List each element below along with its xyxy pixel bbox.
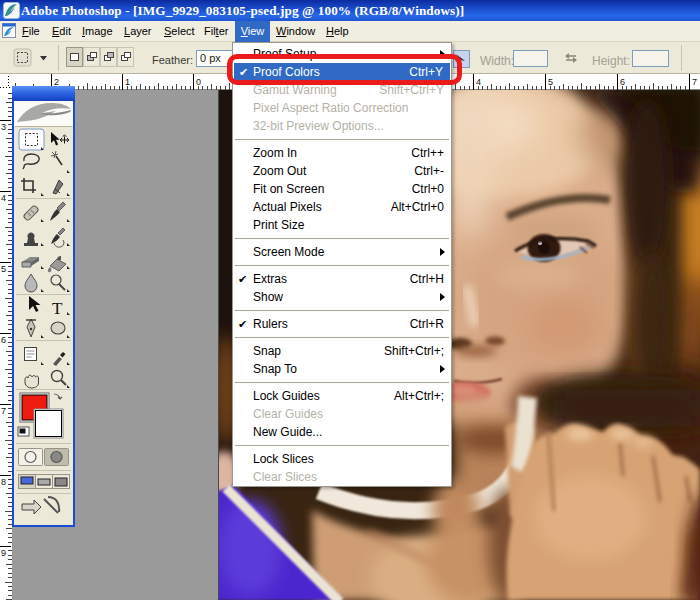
svg-text:9: 9 <box>1 548 6 558</box>
svg-text:T: T <box>52 299 63 318</box>
svg-text:4: 4 <box>1 193 6 203</box>
svg-text:7: 7 <box>692 77 697 87</box>
svg-text:8: 8 <box>1 477 6 487</box>
svg-text:7: 7 <box>1 406 6 416</box>
svg-text:5: 5 <box>1 264 6 274</box>
svg-text:4: 4 <box>476 77 481 87</box>
svg-text:6: 6 <box>620 77 625 87</box>
svg-text:3: 3 <box>1 122 6 132</box>
svg-text:5: 5 <box>548 77 553 87</box>
svg-text:1: 1 <box>125 77 130 87</box>
svg-text:0: 0 <box>196 77 201 87</box>
svg-text:6: 6 <box>1 335 6 345</box>
